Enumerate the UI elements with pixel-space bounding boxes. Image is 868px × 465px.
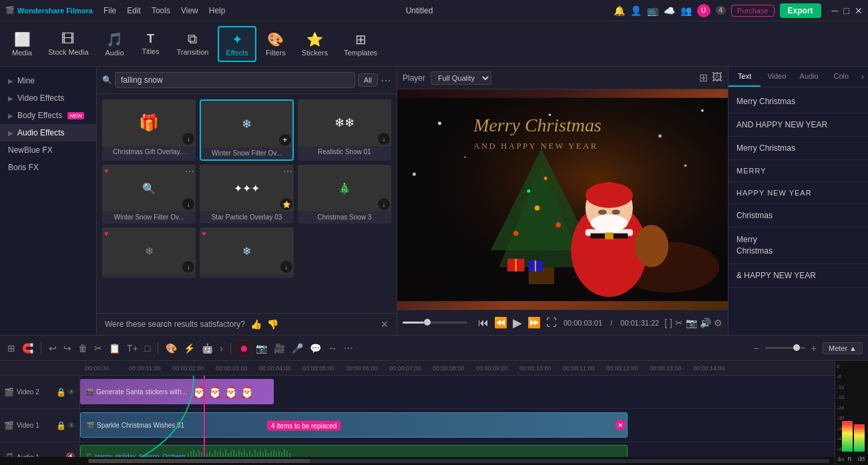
more-tl-button[interactable]: ›: [218, 341, 225, 356]
delete-button[interactable]: 🗑: [76, 341, 89, 356]
effect-card-4[interactable]: 🔍 ↓ ♥ ⋯ Winter Snow Filter Ov...: [102, 165, 196, 223]
step-forward-button[interactable]: ⏩: [526, 315, 542, 330]
sidebar-item-body-effects[interactable]: ▶ Body Effects NEW: [0, 107, 96, 124]
copy-button[interactable]: 📋: [107, 341, 122, 356]
nav-filters[interactable]: 🎨 Filters: [259, 27, 292, 61]
play-button[interactable]: ▶: [511, 314, 523, 332]
clip-audio1-main[interactable]: 🎵 Happy_Holiday_Season_Orchestr...: [80, 445, 628, 457]
effect-card-1[interactable]: 🎁 ↓ Christmas Gift Overlay...: [102, 99, 196, 161]
subtitle-button[interactable]: 💬: [308, 341, 323, 356]
step-back-button[interactable]: ⏪: [493, 315, 509, 330]
menu-help[interactable]: Help: [209, 6, 226, 15]
nav-effects[interactable]: ✦ Effects: [218, 26, 256, 62]
thumbs-down-button[interactable]: 👎: [267, 319, 278, 330]
effect-card-5[interactable]: ✦✦✦ ⭐ ⋯ Star Particle Overlay 03: [200, 165, 293, 223]
nav-titles[interactable]: T Titles: [134, 28, 168, 59]
mark-out-icon[interactable]: ]: [670, 318, 672, 328]
close-button[interactable]: ✕: [855, 5, 863, 16]
track-lock-icon[interactable]: 🔒: [56, 388, 66, 397]
text-item-2[interactable]: AND HAPPY NEW YEAR: [728, 113, 868, 137]
text-item-8[interactable]: & HAPPY NEW YEAR: [728, 264, 868, 288]
search-input[interactable]: [115, 72, 355, 88]
sidebar-item-newblue[interactable]: NewBlue FX: [0, 141, 96, 159]
clip-video2-main[interactable]: 🎬 Generate Santa stickers with... 🎅 🎅 🎅 …: [80, 379, 274, 404]
sidebar-item-video-effects[interactable]: ▶ Video Effects: [0, 89, 96, 107]
track-body-audio1[interactable]: 🎵 Happy_Holiday_Season_Orchestr...: [80, 442, 835, 457]
remove-clip-button[interactable]: ✕: [615, 420, 626, 430]
clip-video1-main[interactable]: 🎬 Sparkle Christmas Wishes 01 ✕: [80, 412, 628, 438]
nav-media[interactable]: ⬜ Media: [5, 27, 39, 61]
effect-card-6[interactable]: 🎄 ↓ Christmas Snow 3: [298, 165, 391, 223]
effect-card-3[interactable]: ❄❄ ↓ Realistic Snow 01: [298, 99, 391, 161]
shape-button[interactable]: □: [143, 341, 152, 356]
zoom-slider[interactable]: [765, 347, 805, 349]
thumbs-up-button[interactable]: 👍: [250, 319, 262, 330]
track-lock-icon-v1[interactable]: 🔒: [56, 421, 66, 430]
markers-button[interactable]: ⋯: [342, 341, 355, 356]
camera-icon[interactable]: 📷: [686, 318, 697, 328]
nav-transition[interactable]: ⧉ Transition: [170, 27, 216, 60]
effect-card-7[interactable]: ❄ ↓ ♥: [102, 227, 196, 278]
more-options-icon[interactable]: ⋯: [381, 74, 391, 87]
more-icon-4[interactable]: ⋯: [185, 166, 194, 177]
effect-card-2[interactable]: ❄ + Winter Snow Filter Ov...: [200, 99, 293, 161]
mic-button[interactable]: 🎤: [290, 341, 305, 356]
speaker-icon[interactable]: 🔊: [700, 318, 711, 328]
nav-stickers[interactable]: ⭐ Stickers: [295, 27, 335, 61]
text-item-1[interactable]: Merry Christmas: [728, 90, 868, 113]
track-body-video2[interactable]: 🎬 Generate Santa stickers with... 🎅 🎅 🎅 …: [80, 376, 835, 408]
track-eye-icon-v1[interactable]: 👁: [67, 421, 75, 430]
text-item-5[interactable]: HAPPY NEW YEAR: [728, 182, 868, 204]
speed-button[interactable]: ⚡: [182, 341, 197, 356]
text-item-6[interactable]: Christmas: [728, 204, 868, 227]
progress-bar[interactable]: [403, 322, 467, 324]
menu-tools[interactable]: Tools: [152, 6, 170, 15]
account-icon[interactable]: 👤: [630, 5, 642, 16]
cloud-icon[interactable]: ☁️: [664, 5, 675, 16]
undo-button[interactable]: ↩: [47, 341, 59, 356]
collab-icon[interactable]: 👥: [680, 5, 692, 16]
tab-text[interactable]: Text: [728, 67, 761, 87]
mark-in-icon[interactable]: [: [664, 318, 667, 328]
nav-audio[interactable]: 🎵 Audio: [98, 27, 132, 61]
meter-button[interactable]: Meter ▲: [823, 342, 863, 354]
menu-view[interactable]: View: [181, 6, 198, 15]
nav-templates[interactable]: ⊞ Templates: [337, 27, 384, 61]
quality-select[interactable]: Full Quality Half Quality: [431, 71, 491, 85]
menu-edit[interactable]: Edit: [127, 6, 141, 15]
go-start-button[interactable]: ⏮: [477, 316, 490, 330]
transition-add-button[interactable]: ↔: [326, 341, 339, 356]
timeline-scrollbar[interactable]: [88, 459, 829, 463]
feedback-close-button[interactable]: ✕: [381, 319, 389, 330]
notification-icon[interactable]: 🔔: [614, 5, 625, 16]
track-eye-icon[interactable]: 👁: [67, 388, 75, 397]
text-item-4[interactable]: MERRY: [728, 160, 868, 182]
zoom-in-button[interactable]: +: [809, 341, 819, 356]
sidebar-item-boris[interactable]: Boris FX: [0, 159, 96, 176]
clip-icon[interactable]: ✂: [675, 318, 683, 328]
more-icon-5[interactable]: ⋯: [283, 166, 292, 177]
camera-snap-button[interactable]: 📷: [254, 341, 269, 356]
tab-color[interactable]: Colo: [825, 67, 857, 87]
grid-view-icon[interactable]: ⊞: [699, 71, 708, 84]
purchase-button[interactable]: Purchase: [731, 5, 774, 17]
photo-icon[interactable]: 🖼: [712, 71, 722, 84]
video-record-button[interactable]: 🎥: [272, 341, 287, 356]
ai-button[interactable]: 🤖: [200, 341, 215, 356]
minimize-button[interactable]: ─: [832, 5, 839, 16]
redo-button[interactable]: ↪: [61, 341, 73, 356]
user-avatar[interactable]: U: [697, 4, 710, 17]
screen-icon[interactable]: 📺: [647, 5, 658, 16]
tab-audio[interactable]: Audio: [793, 67, 825, 87]
sidebar-item-mine[interactable]: ▶ Mine: [0, 72, 96, 89]
cut-button[interactable]: ✂: [92, 341, 104, 356]
record-button[interactable]: ⏺: [236, 340, 251, 356]
maximize-button[interactable]: □: [844, 5, 849, 16]
zoom-out-button[interactable]: −: [752, 341, 761, 356]
filter-all-button[interactable]: All: [358, 73, 378, 87]
export-button[interactable]: Export: [780, 3, 821, 18]
fullscreen-button[interactable]: ⛶: [545, 316, 558, 330]
track-mute-icon[interactable]: 🔇: [65, 452, 75, 457]
snap-button[interactable]: ⊞: [5, 341, 17, 356]
magnet-button[interactable]: 🧲: [20, 341, 35, 356]
